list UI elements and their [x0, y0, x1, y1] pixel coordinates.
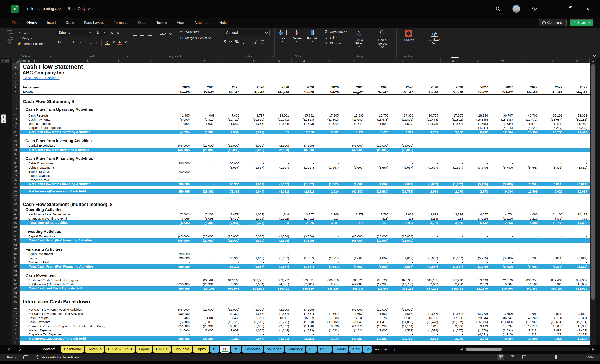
cell-value[interactable]: (5,000): [242, 234, 267, 238]
cell-value[interactable]: 889,421: [291, 278, 316, 282]
cell-value[interactable]: (1,000): [192, 328, 217, 332]
cell-value[interactable]: 850,465: [167, 286, 192, 291]
cell-value[interactable]: (20,000): [366, 147, 391, 152]
cell-value[interactable]: (4,222): [515, 126, 540, 130]
cell-value[interactable]: -: [565, 173, 590, 178]
sheet-tab-revenue[interactable]: Revenue: [85, 346, 104, 353]
row-header-59[interactable]: 59: [12, 260, 20, 264]
cell-value[interactable]: 888,824: [316, 286, 341, 291]
cell-value[interactable]: -: [217, 126, 242, 130]
cell-value[interactable]: (11,802): [316, 320, 341, 324]
cell-value[interactable]: (7,602): [167, 212, 192, 216]
cell-value[interactable]: -: [341, 252, 366, 256]
column-header-L[interactable]: L: [217, 58, 242, 64]
cell-value[interactable]: (1,667): [441, 256, 465, 260]
cell-value[interactable]: (17,989): [366, 336, 391, 341]
cell-value[interactable]: 1,465: [167, 316, 192, 320]
cell-value[interactable]: 13,730: [540, 130, 565, 134]
cell-value[interactable]: -: [217, 169, 242, 173]
cell-value[interactable]: 2026: [291, 85, 316, 90]
cell-value[interactable]: 2027: [490, 85, 515, 90]
align-center-button[interactable]: [140, 43, 144, 46]
row-header-29[interactable]: 29: [12, 143, 20, 147]
cell-value[interactable]: (5,000): [242, 147, 267, 152]
cell-value[interactable]: (1,534): [490, 328, 515, 332]
align-bottom-button[interactable]: [148, 33, 152, 36]
cell-value[interactable]: -: [515, 307, 540, 311]
cell-value[interactable]: (1,589): [391, 328, 416, 332]
cell-value[interactable]: -: [391, 161, 416, 165]
row-header-26[interactable]: 26: [12, 134, 20, 138]
cell-value[interactable]: 2026: [267, 85, 291, 90]
cell-value[interactable]: (1,578): [416, 121, 441, 126]
cell-value[interactable]: -: [192, 256, 217, 260]
row-header-60[interactable]: 60: [12, 264, 20, 269]
cell-value[interactable]: (1,667): [316, 182, 341, 186]
cell-value[interactable]: (4,951): [217, 130, 242, 134]
cell-value[interactable]: (9,310): [192, 320, 217, 324]
comma-style-button[interactable]: ,: [242, 39, 244, 45]
cell-value[interactable]: (3,770): [465, 165, 490, 169]
cell-value[interactable]: (1,479): [217, 216, 242, 220]
cell-value[interactable]: 15,300: [515, 130, 540, 134]
cell-value[interactable]: (1,667): [217, 121, 242, 126]
font-color-chevron-icon[interactable]: [124, 40, 127, 43]
cell-value[interactable]: 1,348: [267, 212, 291, 216]
cell-value[interactable]: -: [465, 307, 490, 311]
clipboard-dialog-launcher[interactable]: ↘: [49, 55, 51, 58]
cell-value[interactable]: 851,465: [167, 324, 192, 328]
cell-value[interactable]: 2,214: [316, 189, 341, 194]
cell-value[interactable]: (45,000): [167, 147, 192, 152]
cell-value[interactable]: -: [316, 161, 341, 165]
row-header-16[interactable]: 16: [12, 107, 20, 112]
cell-value[interactable]: (1,667): [242, 264, 267, 269]
cell-value[interactable]: -: [366, 169, 391, 173]
cell-value[interactable]: 78,383: [217, 189, 242, 194]
cell-value[interactable]: 9,084: [490, 189, 515, 194]
cell-value[interactable]: (3,791): [515, 182, 540, 186]
ribbon-tab-home[interactable]: Home: [27, 18, 38, 27]
cell-value[interactable]: (3,780): [490, 311, 515, 316]
cell-value[interactable]: 15,382: [291, 316, 316, 320]
cell-value[interactable]: (3,500): [291, 234, 316, 238]
row-header-5[interactable]: 5: [12, 81, 20, 85]
cell-value[interactable]: -: [515, 143, 540, 147]
bold-button[interactable]: B: [57, 40, 62, 45]
cell-value[interactable]: 6,142: [465, 130, 490, 134]
column-header-N[interactable]: N: [267, 58, 291, 64]
sheet-tab-cf[interactable]: CF: [220, 346, 230, 353]
font-color-button[interactable]: A: [117, 40, 122, 45]
ribbon-tab-insert[interactable]: Insert: [47, 18, 56, 27]
row-header-44[interactable]: 44: [12, 198, 20, 202]
cell-value[interactable]: (1,667): [267, 256, 291, 260]
cell-value[interactable]: Apr-27: [540, 90, 565, 94]
row-header-78[interactable]: 78: [12, 341, 20, 345]
cell-value[interactable]: -: [515, 234, 540, 238]
cell-value[interactable]: (12,753): [391, 282, 416, 286]
cell-value[interactable]: -: [515, 260, 540, 264]
cell-value[interactable]: (1,667): [441, 264, 465, 269]
cell-value[interactable]: (20,000): [192, 147, 217, 152]
cell-value[interactable]: 2,373: [465, 336, 490, 341]
sheet-tab-contents[interactable]: Contents: [41, 347, 56, 351]
cell-value[interactable]: -: [366, 161, 391, 165]
cell-value[interactable]: 10,687: [565, 189, 590, 194]
cell-value[interactable]: -: [515, 173, 540, 178]
cell-value[interactable]: 40,766: [515, 316, 540, 320]
cell-value[interactable]: (15,000): [217, 234, 242, 238]
cell-value[interactable]: -: [515, 169, 540, 173]
cell-value[interactable]: (4,216): [490, 126, 515, 130]
orientation-chevron-icon[interactable]: [169, 32, 172, 35]
cell-value[interactable]: -: [291, 332, 316, 336]
cell-value[interactable]: -: [490, 161, 515, 165]
cell-value[interactable]: 36,747: [490, 113, 515, 117]
cell-value[interactable]: 4,009: [192, 113, 217, 117]
cell-value[interactable]: 2026: [341, 85, 366, 90]
column-header-G[interactable]: G: [73, 58, 103, 64]
cell-value[interactable]: (3,812): [565, 264, 590, 269]
row-header-22[interactable]: 22: [12, 117, 20, 121]
cell-value[interactable]: 14,090: [515, 212, 540, 216]
addins-button[interactable]: Add-ins: [401, 29, 416, 42]
column-header-Z[interactable]: Z: [565, 58, 590, 64]
ribbon-tab-help[interactable]: Help: [219, 18, 227, 27]
